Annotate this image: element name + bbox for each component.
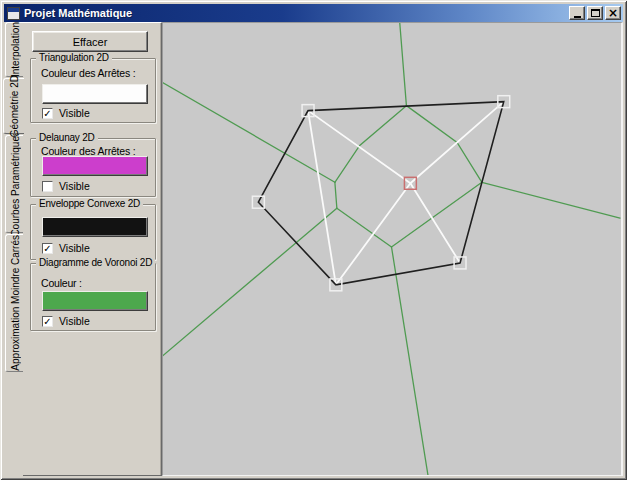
checkbox-label: Visible bbox=[59, 180, 90, 192]
minimize-button[interactable] bbox=[569, 6, 585, 20]
voronoi-edge bbox=[482, 182, 620, 218]
tab-geometrie-2d[interactable]: Géométrie 2D bbox=[3, 78, 24, 134]
geometry-figure bbox=[163, 23, 621, 475]
visible-row: ✓ Visible bbox=[42, 315, 90, 327]
delaunay-color-swatch[interactable] bbox=[42, 156, 148, 176]
group-title: Enveloppe Convexe 2D bbox=[36, 198, 143, 209]
close-icon: × bbox=[608, 8, 618, 18]
convex-hull-color-swatch[interactable] bbox=[42, 217, 148, 237]
voronoi-edge bbox=[337, 208, 392, 247]
voronoi-edge bbox=[335, 182, 337, 208]
app-window: Projet Mathématique × Interpolation Géom… bbox=[0, 0, 627, 480]
window-title: Projet Mathématique bbox=[24, 7, 569, 19]
triangulation-visible-checkbox[interactable]: ✓ bbox=[42, 108, 53, 119]
tab-label: Géométrie 2D bbox=[9, 75, 20, 137]
visible-row: Visible bbox=[42, 180, 90, 192]
tab-courbes-parametriques[interactable]: Courbes Paramétriques bbox=[5, 135, 24, 233]
maximize-icon bbox=[591, 9, 600, 17]
triangulation-edge bbox=[336, 183, 411, 285]
tab-approximation-moindre-carres[interactable]: Approximation Moindre Carrés bbox=[5, 234, 24, 372]
convex-hull-visible-checkbox[interactable]: ✓ bbox=[42, 243, 53, 254]
visible-row: ✓ Visible bbox=[42, 107, 90, 119]
triangulation-edge bbox=[410, 102, 503, 184]
group-diagramme-voronoi-2d: Diagramme de Voronoi 2D Couleur : ✓ Visi… bbox=[30, 263, 156, 331]
group-title: Diagramme de Voronoi 2D bbox=[36, 257, 155, 268]
clear-button[interactable]: Effacer bbox=[32, 31, 148, 52]
voronoi-edge bbox=[392, 247, 429, 475]
drawing-canvas[interactable] bbox=[162, 22, 623, 476]
triangulation-edge bbox=[308, 111, 410, 184]
delaunay-visible-checkbox[interactable] bbox=[42, 181, 53, 192]
color-label: Couleur : bbox=[41, 277, 82, 289]
voronoi-edge bbox=[406, 106, 482, 183]
tab-label: Approximation Moindre Carrés bbox=[10, 235, 21, 371]
app-icon bbox=[7, 7, 20, 20]
group-enveloppe-convexe-2d: Enveloppe Convexe 2D ✓ Visible bbox=[30, 204, 156, 260]
voronoi-edge bbox=[335, 106, 407, 183]
group-title: Delaunay 2D bbox=[36, 132, 98, 143]
group-title: Triangulation 2D bbox=[36, 52, 112, 63]
edge-color-label: Couleur des Arrêtes : bbox=[41, 67, 135, 79]
voronoi-edge bbox=[163, 83, 335, 183]
checkbox-label: Visible bbox=[59, 242, 90, 254]
tab-strip: Interpolation Géométrie 2D Courbes Param… bbox=[3, 22, 24, 476]
window-controls: × bbox=[569, 6, 621, 20]
voronoi-edge bbox=[163, 208, 337, 355]
voronoi-edge bbox=[399, 23, 406, 106]
checkbox-label: Visible bbox=[59, 315, 90, 327]
voronoi-color-swatch[interactable] bbox=[42, 291, 148, 311]
group-triangulation-2d: Triangulation 2D Couleur des Arrêtes : ✓… bbox=[30, 58, 156, 123]
tab-label: Courbes Paramétriques bbox=[10, 131, 21, 237]
close-button[interactable]: × bbox=[605, 6, 621, 20]
tab-label: Interpolation bbox=[10, 22, 21, 77]
group-delaunay-2d: Delaunay 2D Couleur des Arrêtes : Visibl… bbox=[30, 138, 156, 197]
voronoi-visible-checkbox[interactable]: ✓ bbox=[42, 316, 53, 327]
maximize-button[interactable] bbox=[587, 6, 603, 20]
triangulation-color-swatch[interactable] bbox=[42, 84, 148, 104]
titlebar[interactable]: Projet Mathématique × bbox=[4, 4, 623, 22]
checkbox-label: Visible bbox=[59, 107, 90, 119]
triangulation-edge bbox=[410, 183, 460, 263]
visible-row: ✓ Visible bbox=[42, 242, 90, 254]
tab-interpolation[interactable]: Interpolation bbox=[5, 22, 24, 77]
sidebar-panel: Effacer Triangulation 2D Couleur des Arr… bbox=[23, 22, 162, 476]
minimize-icon bbox=[574, 16, 581, 18]
app-icon-bar bbox=[8, 8, 19, 12]
